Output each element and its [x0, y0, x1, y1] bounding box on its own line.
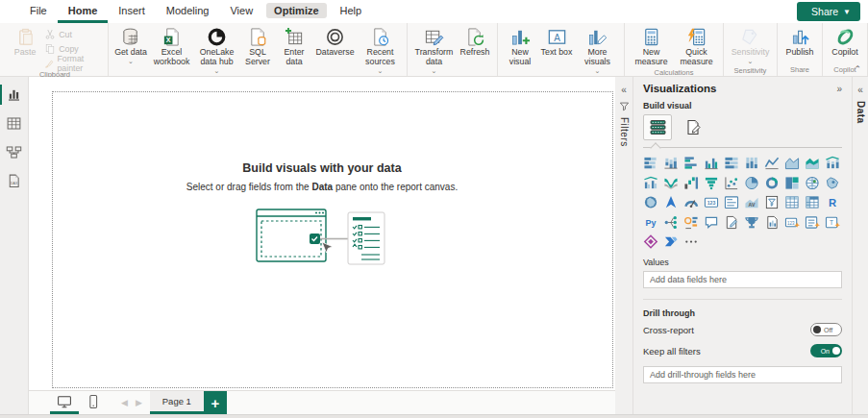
- visual-shape-map-icon[interactable]: [643, 195, 658, 209]
- visual-matrix-icon[interactable]: [805, 195, 820, 209]
- collapse-ribbon-icon[interactable]: ⌃: [854, 64, 861, 74]
- menu-item-file[interactable]: File: [19, 0, 58, 23]
- visual-more-visual-options-icon[interactable]: [683, 234, 699, 249]
- tab-format-visual[interactable]: [679, 114, 707, 140]
- menu-item-insert[interactable]: Insert: [108, 0, 156, 23]
- keep-all-filters-toggle[interactable]: On: [810, 344, 842, 357]
- data-pane-collapsed: « Data: [852, 77, 868, 414]
- cross-report-toggle[interactable]: Off: [810, 323, 842, 336]
- enter-data-button[interactable]: Enter data: [276, 26, 312, 67]
- recent-sources-button[interactable]: Recent sources⌄: [358, 26, 403, 75]
- visual-ribbon-chart-icon[interactable]: [663, 176, 679, 190]
- visual-power-automate-icon[interactable]: [663, 234, 679, 249]
- visual-area-chart-icon[interactable]: [784, 156, 800, 170]
- visual-decomposition-tree-icon[interactable]: [663, 215, 679, 230]
- visual-line-and-clustered-column-chart-icon[interactable]: [643, 176, 658, 190]
- menu-item-home[interactable]: Home: [58, 0, 109, 23]
- visual-qa-visual-icon[interactable]: [704, 215, 719, 230]
- visual-scatter-chart-icon[interactable]: [724, 176, 739, 190]
- ribbon-group-share: PublishShare: [778, 23, 823, 76]
- refresh-button[interactable]: Refresh: [457, 26, 493, 58]
- visual-azure-map-icon[interactable]: [663, 195, 679, 209]
- visual-stacked-area-chart-icon[interactable]: [805, 156, 820, 170]
- visual-python-visual-icon[interactable]: Py: [643, 215, 658, 230]
- chevron-down-icon: ⌄: [214, 67, 220, 75]
- visual-multi-row-card-icon[interactable]: [724, 195, 739, 209]
- menu-item-optimize[interactable]: Optimize: [263, 0, 329, 23]
- visual-donut-chart-icon[interactable]: [764, 176, 780, 190]
- visual-card-new-icon[interactable]: 123: [784, 215, 800, 230]
- rail-item-dax-query-view[interactable]: DAX: [0, 173, 28, 189]
- visual-table-icon[interactable]: [784, 195, 800, 209]
- menu-item-help[interactable]: Help: [330, 0, 373, 23]
- menu-item-modeling[interactable]: Modeling: [156, 0, 220, 23]
- visual-gauge-icon[interactable]: [683, 195, 699, 209]
- cut-icon: [44, 29, 56, 40]
- visual-pie-chart-icon[interactable]: [744, 176, 759, 190]
- visual-clustered-column-chart-icon[interactable]: [704, 156, 719, 170]
- rail-item-table-view[interactable]: [0, 115, 28, 132]
- visual-slicer-icon[interactable]: [764, 195, 780, 209]
- menu-item-view[interactable]: View: [219, 0, 263, 23]
- format-painter-button[interactable]: Format painter: [44, 57, 104, 69]
- values-field-well[interactable]: Add data fields here: [643, 271, 842, 288]
- visual-line-chart-icon[interactable]: [764, 156, 780, 170]
- visual-r-script-visual-icon[interactable]: R: [825, 195, 840, 209]
- expand-filters-icon[interactable]: «: [621, 85, 627, 95]
- rail-item-model-view[interactable]: [0, 144, 28, 160]
- visual-smart-narrative-icon[interactable]: [724, 215, 739, 230]
- dataverse-button[interactable]: Dataverse: [312, 26, 358, 58]
- chevron-down-icon: ⌄: [595, 67, 601, 75]
- page-tab[interactable]: Page 1: [150, 391, 204, 414]
- window-bottom-edge: [0, 414, 868, 418]
- visual-clustered-bar-chart-icon[interactable]: [683, 156, 699, 170]
- expand-visualizations-icon[interactable]: »: [836, 84, 842, 94]
- visual-card-icon[interactable]: 123: [704, 195, 719, 209]
- quick-measure-button[interactable]: Quick measure: [674, 26, 719, 67]
- excel-workbook-button[interactable]: XExcel workbook: [149, 26, 194, 67]
- excel-workbook-icon: X: [161, 27, 182, 47]
- tab-build-visual[interactable]: [643, 114, 672, 140]
- visual-kpi-icon[interactable]: AV: [744, 195, 759, 209]
- share-button[interactable]: Share ▼: [797, 2, 860, 21]
- rail-item-report-view[interactable]: [0, 86, 28, 103]
- visual-filled-map-icon[interactable]: [825, 176, 840, 190]
- new-measure-button[interactable]: New measure: [629, 26, 674, 67]
- build-visual-label: Build visual: [643, 101, 842, 111]
- more-visuals-button[interactable]: More visuals⌄: [575, 26, 620, 75]
- desktop-layout-button[interactable]: [50, 391, 79, 414]
- visual-100-stacked-column-chart-icon[interactable]: [744, 156, 759, 170]
- transform-data-button[interactable]: Transform data⌄: [411, 26, 457, 75]
- cut-button[interactable]: Cut: [44, 28, 104, 40]
- visual-100-stacked-bar-chart-icon[interactable]: [724, 156, 739, 170]
- report-canvas[interactable]: Build visuals with your data Select or d…: [29, 77, 615, 390]
- onelake-data-hub-button[interactable]: OneLake data hub⌄: [194, 26, 239, 75]
- publish-button[interactable]: Publish: [781, 26, 818, 58]
- text-box-button[interactable]: AText box: [538, 26, 575, 58]
- prev-page-icon[interactable]: ◀: [121, 398, 128, 407]
- visual-line-and-stacked-column-chart-icon[interactable]: [825, 156, 840, 170]
- visual-text-slicer-icon[interactable]: T: [825, 215, 840, 230]
- paste-button[interactable]: Paste: [6, 26, 44, 69]
- visual-power-apps-icon[interactable]: [643, 234, 658, 249]
- new-visual-button[interactable]: New visual: [502, 26, 538, 67]
- visual-treemap-icon[interactable]: [784, 176, 800, 190]
- new-page-button[interactable]: +: [204, 391, 227, 414]
- visual-paginated-report-icon[interactable]: [764, 215, 780, 230]
- next-page-icon[interactable]: ▶: [136, 398, 142, 407]
- visual-stacked-column-chart-icon[interactable]: [663, 156, 679, 170]
- visual-funnel-icon[interactable]: [704, 176, 719, 190]
- get-data-button[interactable]: Get data⌄: [112, 26, 149, 65]
- visual-slicer-new-icon[interactable]: [805, 215, 820, 230]
- visual-metrics-icon[interactable]: [744, 215, 759, 230]
- copilot-button[interactable]: Copilot: [827, 26, 863, 58]
- visual-map-icon[interactable]: [805, 176, 820, 190]
- visual-waterfall-chart-icon[interactable]: [683, 176, 699, 190]
- sensitivity-button[interactable]: Sensitivity⌄: [728, 26, 773, 65]
- expand-data-icon[interactable]: «: [857, 85, 863, 95]
- sql-server-button[interactable]: SQL Server: [239, 26, 276, 67]
- drill-through-field-well[interactable]: Add drill-through fields here: [643, 366, 842, 383]
- visual-key-influencers-icon[interactable]: [683, 215, 699, 230]
- mobile-layout-button[interactable]: [79, 391, 108, 414]
- visual-stacked-bar-chart-icon[interactable]: [643, 156, 658, 170]
